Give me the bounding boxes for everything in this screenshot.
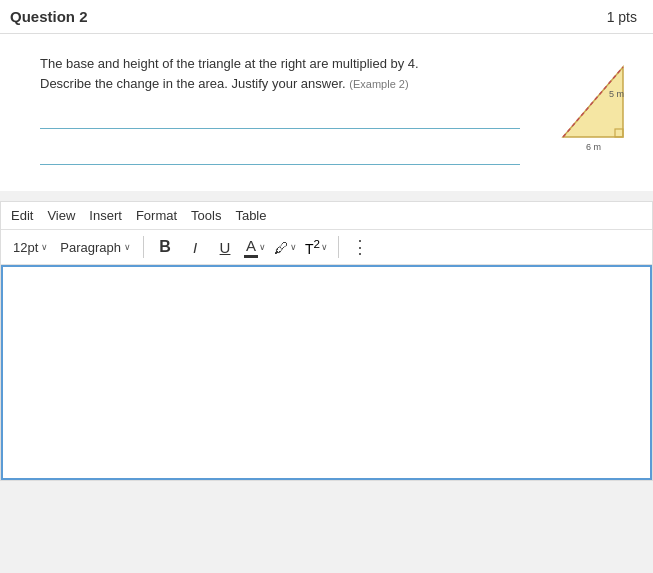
side-label: 5 m: [609, 89, 624, 99]
menu-tools[interactable]: Tools: [191, 206, 221, 225]
text-color-chevron: ∨: [259, 242, 266, 252]
question-title: Question 2: [10, 8, 88, 25]
menu-insert[interactable]: Insert: [89, 206, 122, 225]
menu-edit[interactable]: Edit: [11, 206, 33, 225]
editor-container: Edit View Insert Format Tools Table 12pt…: [0, 201, 653, 481]
highlight-dropdown[interactable]: 🖊 ∨: [272, 237, 299, 258]
separator: [0, 191, 653, 201]
question-line1: The base and height of the triangle at t…: [40, 54, 520, 74]
example-ref: (Example 2): [349, 78, 408, 90]
base-label: 6 m: [586, 142, 601, 152]
question-line2: Describe the change in the area. Justify…: [40, 74, 520, 94]
question-text: The base and height of the triangle at t…: [40, 54, 520, 93]
text-color-dropdown[interactable]: A ∨: [242, 235, 268, 260]
toolbar-divider-2: [338, 236, 339, 258]
question-pts: 1 pts: [607, 9, 637, 25]
answer-line-1: [40, 109, 520, 129]
triangle-figure: 5 m 6 m: [543, 52, 643, 152]
font-size-select[interactable]: 12pt ∨: [9, 238, 52, 257]
underline-button[interactable]: U: [212, 234, 238, 260]
color-a-bar: [244, 255, 258, 258]
toolbar-divider-1: [143, 236, 144, 258]
superscript-chevron: ∨: [321, 242, 328, 252]
menubar: Edit View Insert Format Tools Table: [1, 202, 652, 230]
paragraph-style-select[interactable]: Paragraph ∨: [56, 238, 135, 257]
triangle-svg: 5 m 6 m: [543, 52, 643, 152]
menu-table[interactable]: Table: [235, 206, 266, 225]
main-content: 5 m 6 m The base and height of the trian…: [0, 34, 653, 191]
superscript-dropdown[interactable]: T2 ∨: [303, 235, 330, 259]
answer-lines: [40, 109, 520, 165]
page-container: Question 2 1 pts 5 m 6 m The base and he…: [0, 0, 653, 481]
highlight-chevron: ∨: [290, 242, 297, 252]
italic-button[interactable]: I: [182, 234, 208, 260]
font-size-arrow: ∨: [41, 242, 48, 252]
editor-body[interactable]: [1, 265, 652, 480]
more-options-button[interactable]: ⋮: [347, 234, 373, 260]
font-size-value: 12pt: [13, 240, 38, 255]
bold-button[interactable]: B: [152, 234, 178, 260]
answer-line-2: [40, 145, 520, 165]
paragraph-arrow: ∨: [124, 242, 131, 252]
text-color-a: A: [244, 237, 258, 258]
toolbar: 12pt ∨ Paragraph ∨ B I U: [1, 230, 652, 265]
paragraph-value: Paragraph: [60, 240, 121, 255]
superscript-icon: T2: [305, 237, 320, 257]
highlight-icon: 🖊: [274, 239, 289, 256]
menu-view[interactable]: View: [47, 206, 75, 225]
menu-format[interactable]: Format: [136, 206, 177, 225]
question-header: Question 2 1 pts: [0, 0, 653, 34]
